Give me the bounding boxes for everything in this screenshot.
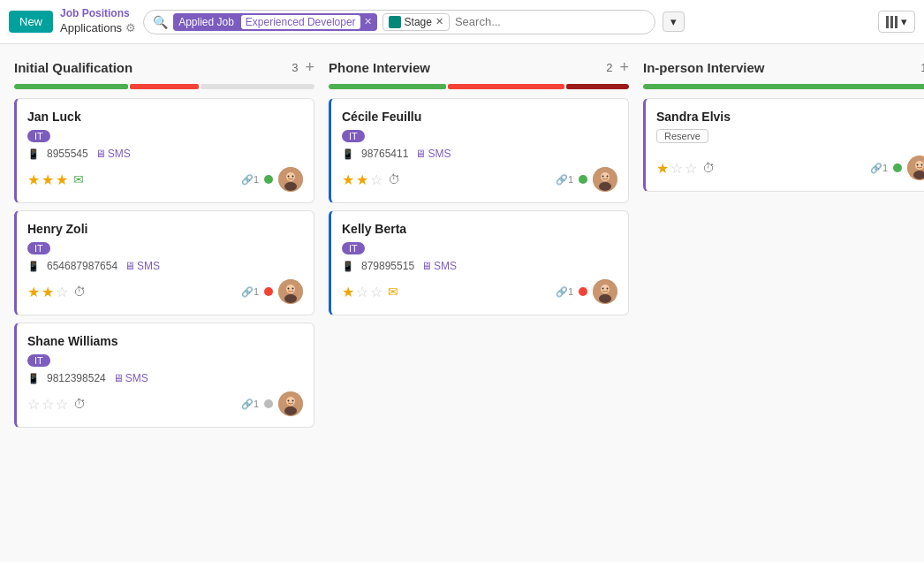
sms-link[interactable]: 🖥 SMS — [421, 260, 457, 272]
footer-right: 🔗1 — [556, 167, 617, 192]
stars-henry-zoli[interactable]: ★★☆ — [27, 284, 68, 300]
status-dot — [579, 175, 587, 184]
kanban-view-icon — [886, 16, 897, 28]
col-add-initial-qualification[interactable]: + — [305, 58, 314, 77]
sms-link[interactable]: 🖥 SMS — [125, 260, 160, 272]
topbar: New Job Positions Applications ⚙ 🔍 Appli… — [0, 0, 924, 44]
card-shane-williams[interactable]: Shane WilliamsIT 📱 9812398524 🖥 SMS ☆☆☆⏱… — [14, 323, 314, 428]
footer-left: ★☆☆✉ — [342, 284, 398, 300]
progress-bar-initial-qualification — [14, 84, 314, 89]
star-3[interactable]: ☆ — [56, 396, 68, 413]
phone-icon: 📱 — [27, 148, 40, 160]
search-input[interactable] — [455, 15, 646, 28]
sms-link[interactable]: 🖥 SMS — [415, 148, 451, 160]
attachment-count: 🔗1 — [556, 174, 573, 186]
footer-right: 🔗1 — [556, 279, 617, 304]
star-2[interactable]: ☆ — [42, 396, 54, 413]
stars-sandra-elvis[interactable]: ★☆☆ — [656, 160, 697, 177]
avatar — [278, 279, 303, 304]
card-cecile-feuillu[interactable]: Cécile FeuilluIT 📱 98765411 🖥 SMS ★★☆⏱🔗1 — [329, 98, 629, 203]
col-initial-qualification: Initial Qualification 3 + Jan LuckIT 📱 8… — [14, 58, 314, 548]
attachment-count: 🔗1 — [556, 286, 573, 298]
avatar — [907, 156, 924, 180]
star-3[interactable]: ☆ — [56, 284, 68, 300]
star-1[interactable]: ★ — [27, 171, 40, 188]
svg-point-21 — [601, 285, 610, 293]
svg-point-19 — [607, 176, 609, 178]
clock-icon: ⏱ — [73, 285, 86, 299]
svg-point-11 — [286, 397, 295, 406]
star-1[interactable]: ★ — [342, 284, 354, 300]
star-2[interactable]: ☆ — [670, 160, 683, 177]
sms-icon: 🖥 — [415, 148, 426, 160]
col-count-phone-interview: 2 — [606, 61, 612, 74]
avatar — [278, 391, 303, 416]
col-header-right-initial-qualification: 3 + — [286, 58, 314, 77]
star-1[interactable]: ★ — [656, 160, 669, 177]
star-2[interactable]: ★ — [356, 171, 368, 188]
status-dot — [264, 287, 273, 296]
star-2[interactable]: ★ — [42, 171, 54, 188]
applied-job-filter-tag[interactable]: Applied Job Experienced Developer ✕ — [173, 13, 376, 31]
star-2[interactable]: ☆ — [356, 284, 368, 300]
phone-icon: 📱 — [342, 261, 354, 272]
sms-link[interactable]: 🖥 SMS — [113, 372, 148, 384]
sms-icon: 🖥 — [125, 260, 135, 272]
card-henry-zoli[interactable]: Henry ZoliIT 📱 654687987654 🖥 SMS ★★☆⏱🔗1 — [14, 210, 314, 315]
new-button[interactable]: New — [9, 11, 53, 33]
stars-cecile-feuillu[interactable]: ★★☆ — [342, 171, 382, 188]
stars-kelly-berta[interactable]: ★☆☆ — [342, 284, 382, 300]
progress-segment — [643, 84, 924, 89]
status-dot — [264, 175, 273, 184]
card-name-kelly-berta: Kelly Berta — [342, 222, 617, 236]
col-title-initial-qualification: Initial Qualification — [14, 60, 133, 75]
card-name-henry-zoli: Henry Zoli — [27, 222, 303, 236]
email-icon: ✉ — [388, 285, 398, 299]
progress-segment — [14, 84, 128, 89]
card-kelly-berta[interactable]: Kelly BertaIT 📱 879895515 🖥 SMS ★☆☆✉🔗1 — [329, 210, 629, 315]
card-footer-kelly-berta: ★☆☆✉🔗1 — [342, 279, 617, 304]
stars-jan-luck[interactable]: ★★★ — [27, 171, 68, 188]
card-jan-luck[interactable]: Jan LuckIT 📱 8955545 🖥 SMS ★★★✉🔗1 — [14, 98, 314, 203]
svg-point-9 — [292, 288, 294, 290]
card-name-sandra-elvis: Sandra Elvis — [656, 110, 924, 124]
star-2[interactable]: ★ — [42, 284, 54, 300]
breadcrumb-job-positions[interactable]: Job Positions — [60, 7, 136, 21]
progress-segment — [329, 84, 446, 89]
applied-job-remove-icon[interactable]: ✕ — [364, 16, 372, 27]
star-3[interactable]: ☆ — [370, 171, 382, 188]
card-contact-jan-luck: 📱 8955545 🖥 SMS — [27, 148, 303, 160]
star-1[interactable]: ★ — [342, 171, 354, 188]
sms-link[interactable]: 🖥 SMS — [95, 148, 131, 160]
col-header-right-in-person-interview: 1 + — [915, 58, 924, 77]
svg-point-29 — [921, 164, 923, 166]
star-3[interactable]: ★ — [56, 171, 68, 188]
card-sandra-elvis[interactable]: Sandra ElvisReserve★☆☆⏱🔗1 — [643, 98, 924, 192]
attachment-count: 🔗1 — [241, 286, 259, 298]
svg-point-1 — [286, 172, 295, 181]
star-1[interactable]: ☆ — [27, 396, 40, 413]
attachment-count: 🔗1 — [241, 174, 259, 186]
stars-shane-williams[interactable]: ☆☆☆ — [27, 396, 68, 413]
star-3[interactable]: ☆ — [370, 284, 382, 300]
stage-filter-tag[interactable]: Stage ✕ — [382, 13, 450, 31]
progress-segment — [566, 84, 629, 89]
card-footer-henry-zoli: ★★☆⏱🔗1 — [27, 279, 303, 304]
avatar — [278, 167, 303, 192]
sms-icon: 🖥 — [95, 148, 106, 160]
col-title-phone-interview: Phone Interview — [329, 60, 430, 75]
footer-right: 🔗1 — [241, 279, 303, 304]
star-1[interactable]: ★ — [27, 284, 40, 300]
gear-icon[interactable]: ⚙ — [125, 21, 136, 36]
star-3[interactable]: ☆ — [685, 160, 697, 177]
stage-remove-icon[interactable]: ✕ — [435, 16, 443, 27]
view-toggle-button[interactable]: ▾ — [878, 11, 915, 33]
svg-point-18 — [602, 176, 604, 178]
col-add-phone-interview[interactable]: + — [619, 58, 629, 77]
svg-point-4 — [292, 176, 294, 178]
search-dropdown-button[interactable]: ▾ — [663, 11, 685, 32]
phone-number: 9812398524 — [47, 372, 106, 384]
footer-left: ★★☆⏱ — [342, 171, 400, 188]
col-header-in-person-interview: In-person Interview 1 + — [643, 58, 924, 77]
footer-left: ☆☆☆⏱ — [27, 396, 86, 413]
